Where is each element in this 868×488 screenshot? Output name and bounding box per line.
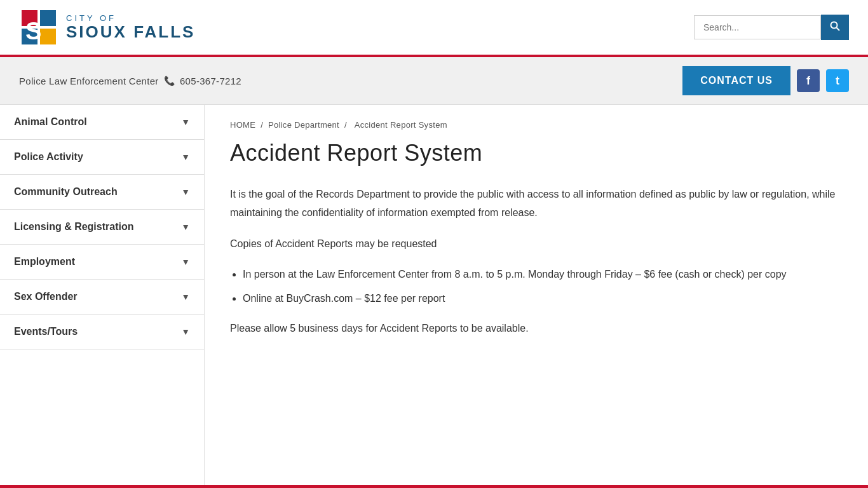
content-paragraph-1: It is the goal of the Records Department… [230, 186, 843, 222]
svg-rect-2 [40, 10, 56, 26]
breadcrumb-separator-2: / [344, 120, 349, 130]
chevron-down-icon: ▼ [181, 152, 190, 162]
search-input[interactable] [694, 15, 821, 39]
sidebar-item-animal-control[interactable]: Animal Control ▼ [0, 105, 204, 140]
content-paragraph-2: Copies of Accident Reports may be reques… [230, 235, 843, 254]
page-title: Accident Report System [230, 140, 843, 166]
footer-bar [0, 485, 868, 488]
twitter-link[interactable]: t [826, 69, 849, 92]
content-body: It is the goal of the Records Department… [230, 186, 843, 338]
svg-rect-4 [40, 29, 56, 44]
chevron-down-icon: ▼ [181, 117, 190, 127]
logo-text: CITY OF SIOUX FALLS [66, 14, 195, 41]
chevron-down-icon: ▼ [181, 257, 190, 267]
contact-us-button[interactable]: CONTACT US [682, 66, 790, 95]
breadcrumb-current: Accident Report System [355, 120, 447, 130]
main-content: HOME / Police Department / Accident Repo… [205, 105, 868, 485]
chevron-down-icon: ▼ [181, 292, 190, 302]
city-name-label: SIOUX FALLS [66, 23, 195, 41]
sidebar-label-police-activity: Police Activity [14, 151, 83, 163]
sidebar-label-employment: Employment [14, 256, 75, 268]
logo-area: S CITY OF SIOUX FALLS [19, 8, 195, 47]
search-area [694, 15, 849, 40]
breadcrumb-department[interactable]: Police Department [268, 120, 339, 130]
main-layout: Animal Control ▼ Police Activity ▼ Commu… [0, 105, 868, 485]
chevron-down-icon: ▼ [181, 187, 190, 197]
svg-line-7 [837, 28, 840, 31]
breadcrumb-home[interactable]: HOME [230, 120, 255, 130]
site-header: S CITY OF SIOUX FALLS [0, 0, 868, 57]
content-list: In person at the Law Enforcement Center … [243, 266, 843, 306]
phone-number: 605-367-7212 [180, 76, 241, 86]
city-logo-icon: S [19, 8, 58, 47]
list-item-1: In person at the Law Enforcement Center … [243, 266, 843, 283]
sidebar-label-events-tours: Events/Tours [14, 326, 78, 337]
svg-point-6 [831, 22, 837, 29]
facebook-icon: f [806, 74, 810, 88]
sub-header: Police Law Enforcement Center 📞 605-367-… [0, 57, 868, 105]
facebook-link[interactable]: f [797, 69, 820, 92]
contact-info: Police Law Enforcement Center 📞 605-367-… [19, 76, 241, 86]
sidebar: Animal Control ▼ Police Activity ▼ Commu… [0, 105, 205, 485]
chevron-down-icon: ▼ [181, 327, 190, 337]
center-name: Police Law Enforcement Center [19, 76, 159, 86]
sidebar-label-sex-offender: Sex Offender [14, 291, 78, 302]
sidebar-label-community-outreach: Community Outreach [14, 186, 118, 198]
breadcrumb: HOME / Police Department / Accident Repo… [230, 120, 843, 130]
sidebar-item-police-activity[interactable]: Police Activity ▼ [0, 140, 204, 175]
search-button[interactable] [821, 15, 849, 40]
phone-icon: 📞 [164, 76, 175, 86]
sub-header-actions: CONTACT US f t [682, 66, 849, 95]
sidebar-item-sex-offender[interactable]: Sex Offender ▼ [0, 280, 204, 315]
chevron-down-icon: ▼ [181, 222, 190, 232]
twitter-icon: t [836, 74, 839, 88]
breadcrumb-separator-1: / [261, 120, 266, 130]
sidebar-label-animal-control: Animal Control [14, 116, 87, 128]
sidebar-item-community-outreach[interactable]: Community Outreach ▼ [0, 175, 204, 210]
sidebar-item-events-tours[interactable]: Events/Tours ▼ [0, 315, 204, 349]
sidebar-label-licensing-registration: Licensing & Registration [14, 221, 133, 233]
city-of-label: CITY OF [66, 14, 195, 23]
svg-text:S: S [25, 18, 41, 44]
list-item-2: Online at BuyCrash.com – $12 fee per rep… [243, 290, 843, 307]
sidebar-item-employment[interactable]: Employment ▼ [0, 245, 204, 280]
content-paragraph-3: Please allow 5 business days for Acciden… [230, 320, 843, 338]
sidebar-item-licensing-registration[interactable]: Licensing & Registration ▼ [0, 210, 204, 245]
search-icon [830, 21, 840, 31]
